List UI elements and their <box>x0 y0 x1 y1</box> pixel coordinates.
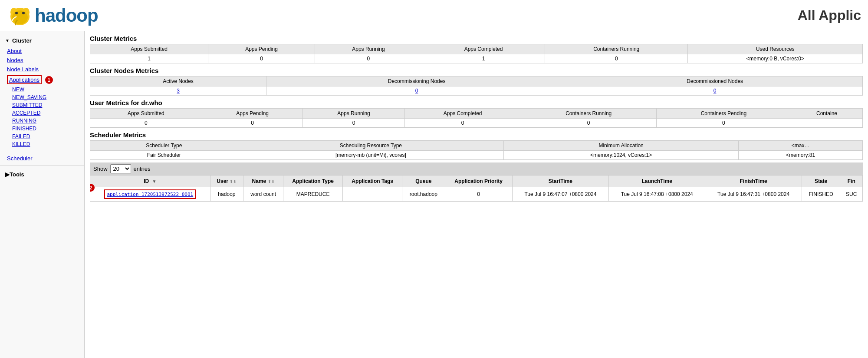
app-th-queue[interactable]: Queue <box>402 176 445 187</box>
cnm-header-1: Decommissioning Nodes <box>266 76 567 86</box>
um-val-1: 0 <box>202 119 303 128</box>
main-layout: ▼ Cluster About Nodes Node Labels Applic… <box>0 31 868 358</box>
um-header-0: Apps Submitted <box>90 109 202 119</box>
sm-val-max: <memory:81 <box>739 151 863 160</box>
um-header-2: Apps Running <box>303 109 404 119</box>
sidebar-item-killed[interactable]: KILLED <box>0 140 84 148</box>
show-entries-bar: Show 10 20 50 100 entries <box>90 162 863 175</box>
cm-header-0: Apps Submitted <box>90 44 208 54</box>
app-th-starttime[interactable]: StartTime <box>512 176 608 187</box>
cluster-section-header[interactable]: ▼ Cluster <box>0 35 84 46</box>
applications-badge: 1 <box>45 76 53 84</box>
user-metrics-title: User Metrics for dr.who <box>90 99 863 106</box>
cluster-nodes-metrics-title: Cluster Nodes Metrics <box>90 67 863 74</box>
um-val-6 <box>791 119 863 128</box>
cm-val-5: <memory:0 B, vCores:0> <box>688 54 863 63</box>
hadoop-logo-text: hadoop <box>35 5 98 26</box>
cm-header-1: Apps Pending <box>208 44 315 54</box>
app-th-state[interactable]: State <box>802 176 840 187</box>
sidebar-item-nodes[interactable]: Nodes <box>0 56 84 65</box>
sidebar-divider <box>0 151 84 151</box>
sidebar-item-about[interactable]: About <box>0 46 84 56</box>
cluster-arrow-icon: ▼ <box>5 38 10 43</box>
sidebar: ▼ Cluster About Nodes Node Labels Applic… <box>0 31 85 358</box>
app-fin: SUC <box>840 187 863 202</box>
app-th-name[interactable]: Name ⬆⬇ <box>243 176 283 187</box>
app-user: hadoop <box>210 187 243 202</box>
cnm-val-2[interactable]: 0 <box>567 86 863 96</box>
app-priority: 0 <box>445 187 512 202</box>
sm-header-1: Scheduling Resource Type <box>238 141 503 151</box>
app-name: word count <box>243 187 283 202</box>
svg-point-5 <box>22 12 25 14</box>
sm-val-0: Fair Scheduler <box>90 151 238 160</box>
cluster-label: Cluster <box>12 37 32 44</box>
svg-point-4 <box>15 12 18 14</box>
name-sort-icon: ⬆⬇ <box>268 179 275 184</box>
sidebar-item-applications[interactable]: Applications <box>9 76 39 83</box>
app-tags <box>343 187 402 202</box>
um-val-4: 0 <box>521 119 656 128</box>
content-area: Cluster Metrics Apps Submitted Apps Pend… <box>85 31 868 358</box>
app-th-user[interactable]: User ⬆⬇ <box>210 176 243 187</box>
sidebar-item-scheduler[interactable]: Scheduler <box>0 154 84 163</box>
um-header-4: Containers Running <box>521 109 656 119</box>
app-th-priority[interactable]: Application Priority <box>445 176 512 187</box>
sidebar-item-new[interactable]: NEW <box>0 86 84 93</box>
cm-val-0: 1 <box>90 54 208 63</box>
tools-arrow-icon: ▶ <box>5 171 10 178</box>
id-sort-icon: ▼ <box>152 179 157 184</box>
user-metrics-table: Apps Submitted Apps Pending Apps Running… <box>90 108 863 128</box>
scheduler-metrics-table: Scheduler Type Scheduling Resource Type … <box>90 140 863 160</box>
app-launchtime: Tue Jul 9 16:47:08 +0800 2024 <box>609 187 705 202</box>
app-table: ID ▼ User ⬆⬇ Name ⬆⬇ Application Type <box>90 175 863 202</box>
header: hadoop All Applic <box>0 0 868 31</box>
logo-area: hadoop <box>7 3 98 27</box>
show-entries-select[interactable]: 10 20 50 100 <box>110 164 131 173</box>
sm-header-0: Scheduler Type <box>90 141 238 151</box>
app-th-launchtime[interactable]: LaunchTime <box>609 176 705 187</box>
cluster-metrics-table: Apps Submitted Apps Pending Apps Running… <box>90 44 863 63</box>
sidebar-item-new-saving[interactable]: NEW_SAVING <box>0 93 84 101</box>
tools-section-header[interactable]: ▶ Tools <box>0 169 84 180</box>
um-header-5: Containers Pending <box>656 109 791 119</box>
app-id-link[interactable]: application_1720513972522_0001 <box>104 189 196 199</box>
um-header-1: Apps Pending <box>202 109 303 119</box>
app-id-cell[interactable]: 2 application_1720513972522_0001 <box>90 187 210 202</box>
cm-val-1: 0 <box>208 54 315 63</box>
cm-header-2: Apps Running <box>315 44 422 54</box>
show-label: Show <box>93 166 108 172</box>
sidebar-item-running[interactable]: RUNNING <box>0 117 84 125</box>
app-th-type[interactable]: Application Type <box>283 176 343 187</box>
sidebar-item-accepted[interactable]: ACCEPTED <box>0 109 84 117</box>
user-sort-icon: ⬆⬇ <box>230 179 237 184</box>
cm-header-4: Containers Running <box>545 44 688 54</box>
sidebar-item-submitted[interactable]: SUBMITTED <box>0 101 84 109</box>
app-th-fin[interactable]: Fin <box>840 176 863 187</box>
um-val-0: 0 <box>90 119 202 128</box>
app-type: MAPREDUCE <box>283 187 343 202</box>
app-th-id[interactable]: ID ▼ <box>90 176 210 187</box>
sidebar-applications-row: Applications 1 <box>0 74 84 86</box>
cm-val-2: 0 <box>315 54 422 63</box>
app-queue: root.hadoop <box>402 187 445 202</box>
sidebar-divider2 <box>0 166 84 166</box>
sm-header-2: Minimum Allocation <box>504 141 739 151</box>
app-th-finishtime[interactable]: FinishTime <box>705 176 802 187</box>
cnm-val-1[interactable]: 0 <box>266 86 567 96</box>
um-val-2: 0 <box>303 119 404 128</box>
sidebar-item-node-labels[interactable]: Node Labels <box>0 65 84 74</box>
um-header-6: Containe <box>791 109 863 119</box>
sidebar-item-finished[interactable]: FINISHED <box>0 125 84 133</box>
cm-val-4: 0 <box>545 54 688 63</box>
cnm-val-0[interactable]: 3 <box>90 86 266 96</box>
sm-val-2: <memory:1024, vCores:1> <box>504 151 739 160</box>
app-table-wrapper: ID ▼ User ⬆⬇ Name ⬆⬇ Application Type <box>90 175 863 202</box>
cm-val-3: 1 <box>422 54 545 63</box>
cnm-header-2: Decommissioned Nodes <box>567 76 863 86</box>
sidebar-item-failed[interactable]: FAILED <box>0 133 84 140</box>
um-val-3: 0 <box>404 119 521 128</box>
app-state: FINISHED <box>802 187 840 202</box>
app-th-tags[interactable]: Application Tags <box>343 176 402 187</box>
um-val-5: 0 <box>656 119 791 128</box>
